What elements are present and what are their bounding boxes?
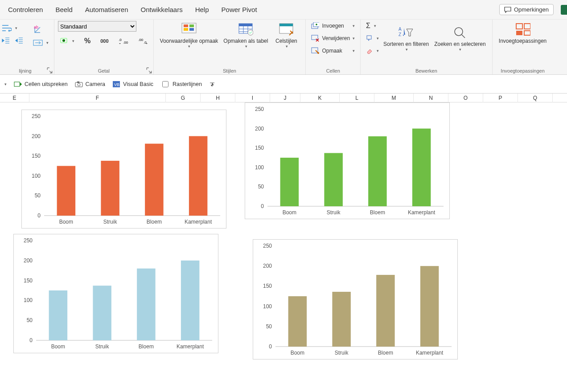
bar[interactable] [288, 296, 307, 347]
fill-button[interactable]: ▾ [364, 33, 381, 43]
outdent-icon [2, 37, 10, 44]
column-header[interactable]: K [300, 94, 340, 102]
merge-button[interactable]: ▾ [31, 38, 50, 48]
gridlines-checkbox[interactable] [162, 81, 168, 87]
wrap-text-button[interactable]: ▾ [0, 23, 19, 33]
bar[interactable] [93, 286, 111, 340]
svg-text:200: 200 [255, 126, 264, 132]
column-header[interactable]: M [374, 94, 414, 102]
svg-rect-9 [184, 24, 188, 27]
addins-button[interactable]: Invoegtoepassingen [496, 21, 550, 45]
svg-text:A: A [399, 27, 402, 32]
column-header[interactable]: F [29, 94, 166, 102]
comments-button[interactable]: Opmerkingen [499, 4, 554, 15]
bar[interactable] [49, 290, 67, 340]
menu-controleren[interactable]: Controleren [8, 6, 43, 13]
column-header[interactable]: N [414, 94, 448, 102]
increase-decimal-button[interactable]: .0.00 [117, 36, 130, 46]
svg-rect-34 [77, 82, 79, 83]
bar[interactable] [332, 292, 350, 347]
thousands-button[interactable]: 000 [99, 36, 110, 46]
gridlines-toggle[interactable]: Rasterlijnen [160, 80, 202, 89]
decrease-decimal-button[interactable]: .00.0 [136, 36, 150, 46]
speak-cells-button[interactable]: Cellen uitspreken [14, 81, 68, 87]
decrease-indent-button[interactable] [0, 36, 12, 45]
insert-button[interactable]: Invoegen ▾ [309, 21, 357, 31]
bar[interactable] [324, 153, 342, 206]
bar[interactable] [101, 161, 119, 216]
embedded-chart[interactable]: 050100150200250BoomStruikBloemKamerplant [13, 234, 218, 353]
svg-rect-27 [516, 24, 522, 29]
percent-button[interactable]: % [82, 36, 92, 46]
currency-button[interactable]: ▾ [58, 36, 76, 46]
quick-customize[interactable] [209, 81, 215, 87]
clear-button[interactable]: ▾ [364, 46, 381, 56]
menu-beeld[interactable]: Beeld [55, 6, 72, 13]
number-format-select[interactable]: Standaard [58, 21, 136, 32]
bar[interactable] [57, 166, 75, 216]
embedded-chart[interactable]: 050100150200250BoomStruikBloemKamerplant [253, 239, 458, 359]
svg-text:VB: VB [114, 82, 119, 87]
svg-text:Bloem: Bloem [139, 343, 154, 350]
bar[interactable] [145, 144, 163, 216]
menu-help[interactable]: Help [195, 6, 209, 13]
menu-automatiseren[interactable]: Automatiseren [85, 6, 128, 13]
eraser-icon [366, 48, 373, 54]
bar[interactable] [280, 158, 299, 206]
embedded-chart[interactable]: 050100150200250BoomStruikBloemKamerplant [21, 110, 226, 229]
dropdown-icon: ▾ [4, 82, 7, 86]
customize-qat-icon [209, 81, 215, 87]
column-header[interactable]: Q [518, 94, 553, 102]
merge-icon [33, 39, 43, 47]
svg-text:Struik: Struik [95, 343, 110, 350]
column-header[interactable]: O [448, 94, 483, 102]
chart-2[interactable]: 050100150200250BoomStruikBloemKamerplant [14, 234, 219, 354]
conditional-format-button[interactable]: Voorwaardelijke opmaak ▾ [157, 21, 221, 49]
chart-3[interactable]: 050100150200250BoomStruikBloemKamerplant [253, 240, 458, 360]
bar[interactable] [412, 129, 431, 206]
column-header[interactable]: E [0, 94, 29, 102]
format-button[interactable]: Opmaak ▾ [309, 46, 357, 56]
svg-text:Boom: Boom [283, 209, 296, 216]
column-header[interactable]: I [235, 94, 270, 102]
format-as-table-button[interactable]: Opmaken als tabel ▾ [221, 21, 271, 49]
sort-filter-button[interactable]: AZ Sorteren en filteren ▾ [381, 24, 431, 53]
svg-text:0: 0 [261, 203, 264, 209]
sigma-icon: Σ [366, 22, 370, 30]
fill-down-icon [366, 35, 373, 41]
increase-indent-button[interactable] [13, 36, 25, 45]
menu-ontwikkelaars[interactable]: Ontwikkelaars [140, 6, 182, 13]
camera-button[interactable]: Camera [75, 81, 105, 87]
bar[interactable] [181, 261, 199, 340]
find-select-button[interactable]: Zoeken en selecteren ▾ [431, 24, 488, 53]
column-header[interactable]: J [270, 94, 300, 102]
increase-decimal-icon: .0.00 [119, 37, 128, 45]
bar[interactable] [137, 269, 155, 340]
dialog-launcher-icon[interactable] [146, 67, 152, 74]
column-header[interactable]: P [483, 94, 518, 102]
chart-1[interactable]: 050100150200250BoomStruikBloemKamerplant [245, 103, 450, 220]
svg-point-33 [78, 83, 80, 86]
cell-styles-button[interactable]: Celstijlen ▾ [271, 21, 302, 49]
svg-text:Struik: Struik [335, 350, 349, 356]
bar[interactable] [368, 136, 386, 206]
svg-point-22 [317, 52, 319, 54]
orientation-button[interactable]: ab [31, 24, 50, 35]
decrease-decimal-icon: .00.0 [138, 37, 148, 45]
quick-dropdown[interactable]: ▾ [4, 82, 7, 86]
svg-text:.0: .0 [144, 41, 147, 45]
column-header[interactable]: G [166, 94, 201, 102]
column-header[interactable]: L [340, 94, 374, 102]
bar[interactable] [376, 275, 394, 347]
delete-button[interactable]: Verwijderen ▾ [309, 33, 357, 43]
menu-powerpivot[interactable]: Power Pivot [222, 6, 257, 13]
embedded-chart[interactable]: 050100150200250BoomStruikBloemKamerplant [245, 102, 450, 219]
chart-0[interactable]: 050100150200250BoomStruikBloemKamerplant [22, 110, 227, 229]
visual-basic-button[interactable]: VB Visual Basic [112, 81, 153, 88]
bar[interactable] [189, 136, 207, 216]
autosum-button[interactable]: Σ ▾ [364, 21, 381, 31]
column-header[interactable]: H [201, 94, 235, 102]
svg-text:.00: .00 [138, 38, 144, 42]
dialog-launcher-icon[interactable] [47, 67, 53, 74]
bar[interactable] [420, 266, 439, 347]
